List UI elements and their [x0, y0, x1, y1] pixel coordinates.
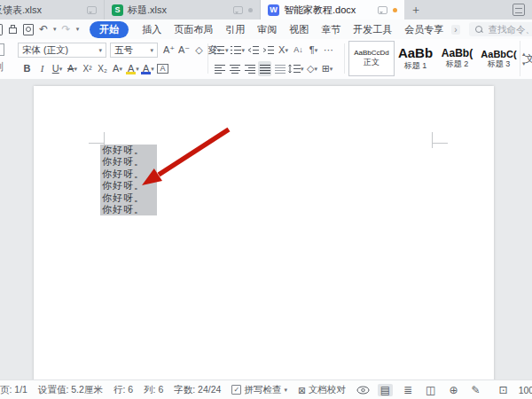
increase-indent-button[interactable]: [262, 43, 275, 58]
text-effects-button[interactable]: A ▾: [111, 61, 124, 76]
spellcheck-toggle[interactable]: ✓ 拼写检查 ▾: [231, 384, 287, 396]
line-spacing-button[interactable]: ▾: [288, 61, 304, 76]
chat-bubble-icon[interactable]: [87, 6, 97, 14]
word-count[interactable]: 字数: 24/24: [174, 384, 221, 396]
print-preview-icon[interactable]: [23, 24, 34, 35]
align-right-button[interactable]: [243, 61, 256, 76]
menu-tab-references[interactable]: 引用: [225, 23, 245, 36]
page-indicator[interactable]: 页: 1/1: [0, 384, 27, 396]
paste-icon[interactable]: [0, 43, 4, 56]
outline-view-button[interactable]: ≣: [401, 384, 415, 396]
fit-page-button[interactable]: ⊡: [497, 384, 511, 396]
search-icon: [475, 26, 482, 33]
style-name: 标题 3: [488, 60, 511, 69]
menu-tab-insert[interactable]: 插入: [142, 23, 161, 36]
zoom-level[interactable]: 100%: [519, 385, 532, 395]
checkbox-checked-icon: ✓: [231, 385, 241, 395]
undo-caret-icon[interactable]: ▾: [53, 26, 57, 33]
justify-button[interactable]: [258, 61, 271, 76]
menu-tab-review[interactable]: 审阅: [257, 23, 277, 36]
proofread-button[interactable]: ⊠ 文档校对: [298, 384, 346, 396]
align-center-button[interactable]: [228, 61, 241, 76]
chat-bubble-icon[interactable]: [378, 6, 387, 14]
styles-gallery: AaBbCcDd 正文 AaBb 标题 1 AaBb( 标题 2 AaBbC( …: [348, 41, 528, 76]
column-indicator: 列: 6: [144, 384, 163, 396]
underline-icon: U: [52, 64, 59, 74]
menu-tab-home[interactable]: 开始: [90, 21, 129, 38]
borders-button[interactable]: ⊞ ▾: [321, 61, 334, 76]
decrease-indent-button[interactable]: [246, 43, 260, 58]
writer-app-icon: W: [268, 4, 279, 16]
format-painter-icon[interactable]: 刷: [0, 60, 4, 74]
menu-tab-page-layout[interactable]: 页面布局: [174, 23, 213, 36]
align-left-button[interactable]: [213, 61, 226, 76]
chevron-down-icon: ▾: [119, 66, 122, 72]
proofread-label: 文档校对: [309, 384, 346, 396]
grow-font-button[interactable]: A⁺: [162, 43, 176, 58]
clipped-ribbon-button[interactable]: 文: [525, 52, 532, 66]
bold-button[interactable]: B: [20, 61, 34, 76]
clear-format-button[interactable]: ◇: [192, 43, 206, 58]
undo-icon[interactable]: ↶: [39, 24, 48, 35]
font-color-button[interactable]: A ▾: [141, 61, 154, 76]
new-tab-button[interactable]: ＋: [404, 0, 427, 20]
paragraph-marks-button[interactable]: ¶ ▾: [307, 43, 320, 58]
menu-tab-developer[interactable]: 开发工具: [353, 23, 392, 36]
numbered-list-button[interactable]: ▾: [231, 43, 246, 58]
eye-protection-icon[interactable]: [356, 386, 370, 395]
italic-button[interactable]: I: [35, 61, 49, 76]
font-size-select[interactable]: 五号 ▾: [110, 43, 158, 58]
row-indicator: 行: 6: [113, 384, 133, 396]
tab-list-icon[interactable]: [512, 4, 525, 16]
shading-icon: ◇: [307, 64, 314, 74]
file-tab-docx-active[interactable]: W 智能家教程.docx: [261, 0, 404, 20]
page-view-button[interactable]: ▤: [378, 384, 393, 396]
file-tab-feedback[interactable]: 反馈表.xlsx: [0, 0, 105, 20]
write-mode-button[interactable]: ✎: [469, 384, 483, 396]
menu-tab-section[interactable]: 章节: [321, 23, 340, 36]
menu-tab-view[interactable]: 视图: [289, 23, 309, 36]
customize-toolbar-icon[interactable]: ▾: [76, 26, 80, 33]
superscript-button[interactable]: X²: [81, 61, 94, 76]
document-page[interactable]: [34, 86, 494, 379]
more-menus-chevron-icon[interactable]: ›: [451, 25, 459, 35]
redo-icon[interactable]: ↷: [62, 24, 71, 35]
char-border-button[interactable]: A: [156, 61, 169, 76]
margin-crop-mark: [432, 132, 433, 148]
save-icon[interactable]: [0, 24, 3, 35]
tab-label: 智能家教程.docx: [284, 4, 356, 17]
read-view-button[interactable]: ◫: [423, 384, 438, 396]
search-input[interactable]: [487, 23, 532, 35]
style-heading3[interactable]: AaBbC( 标题 3: [478, 41, 520, 76]
bullet-list-button[interactable]: ▾: [214, 43, 229, 58]
chevron-down-icon: ▾: [330, 66, 333, 72]
document-canvas: 你好呀。 你好呀。 你好呀。 你好呀。 你好呀。 你好呀。: [0, 79, 532, 379]
underline-button[interactable]: U ▾: [51, 61, 64, 76]
selected-line[interactable]: 你好呀。: [100, 204, 157, 215]
style-normal[interactable]: AaBbCcDd 正文: [348, 41, 395, 76]
web-view-button[interactable]: ⊕: [446, 384, 460, 396]
strikethrough-button[interactable]: A ▾: [66, 61, 79, 76]
style-heading2[interactable]: AaBb( 标题 2: [436, 41, 478, 76]
asian-layout-icon: X: [278, 45, 285, 55]
style-heading1[interactable]: AaBb 标题 1: [395, 41, 436, 76]
file-tab-title-xlsx[interactable]: S 标题.xlsx: [105, 0, 261, 20]
shrink-font-button[interactable]: A⁻: [177, 43, 191, 58]
shading-button[interactable]: ◇ ▾: [306, 61, 319, 76]
chevron-down-icon: ▾: [301, 66, 304, 72]
tab-setting-button[interactable]: ⋯: [322, 43, 335, 58]
print-icon[interactable]: [8, 25, 18, 34]
chat-bubble-icon[interactable]: [233, 6, 243, 14]
highlight-button[interactable]: A ▾: [126, 61, 139, 76]
sort-button[interactable]: A↓: [292, 43, 305, 58]
chevron-down-icon: ▾: [74, 66, 77, 72]
asian-layout-button[interactable]: X ▾: [277, 43, 290, 58]
font-size-value: 五号: [114, 44, 133, 57]
font-name-select[interactable]: 宋体 (正文) ▾: [18, 43, 106, 58]
command-search[interactable]: [469, 22, 532, 36]
distribute-button[interactable]: [273, 61, 286, 76]
menu-tab-member[interactable]: 会员专享: [404, 23, 443, 36]
chevron-down-icon: ▾: [59, 66, 63, 72]
setting-value: 设置值: 5.2厘米: [38, 384, 103, 396]
subscript-button[interactable]: X₂: [96, 61, 109, 76]
